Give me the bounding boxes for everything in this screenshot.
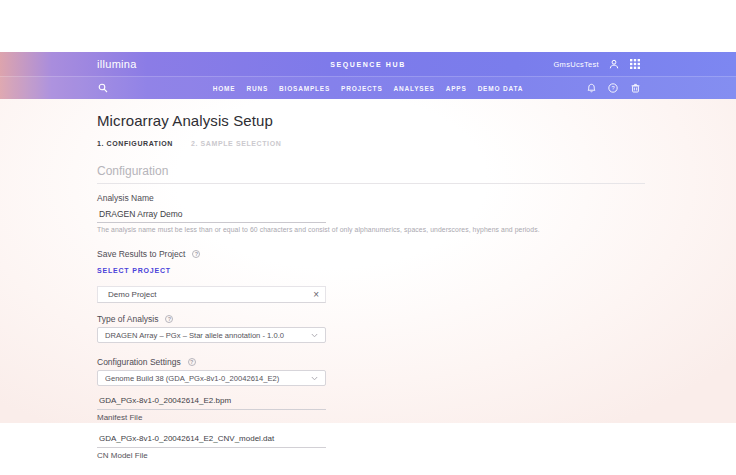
section-title: Configuration xyxy=(97,164,645,178)
configuration-settings-label-text: Configuration Settings xyxy=(97,357,181,367)
type-of-analysis-select[interactable]: DRAGEN Array – PGx – Star allele annotat… xyxy=(97,327,326,343)
nav-item-apps[interactable]: APPS xyxy=(446,85,467,92)
section-divider xyxy=(97,183,645,184)
select-project-link[interactable]: SELECT PROJECT xyxy=(97,267,171,274)
cn-model-file-label: CN Model File xyxy=(97,451,645,460)
app-header: illumina SEQUENCE HUB GmsUcsTest xyxy=(0,52,736,99)
analysis-name-label: Analysis Name xyxy=(97,193,645,203)
screenshot-canvas: illumina SEQUENCE HUB GmsUcsTest xyxy=(0,0,736,475)
configuration-settings-select[interactable]: Genome Build 38 (GDA_PGx-8v1-0_20042614_… xyxy=(97,370,326,386)
trash-icon[interactable] xyxy=(629,82,641,94)
project-field[interactable]: Demo Project × xyxy=(97,286,326,303)
configuration-settings-help-icon[interactable]: ? xyxy=(188,358,196,366)
nav-item-runs[interactable]: RUNS xyxy=(246,85,268,92)
manifest-file-value: GDA_PGx-8v1-0_20042614_E2.bpm xyxy=(97,394,326,410)
analysis-name-input[interactable] xyxy=(97,207,326,223)
page-body: Microarray Analysis Setup 1. CONFIGURATI… xyxy=(0,99,736,423)
nav-item-demo-data[interactable]: DEMO DATA xyxy=(478,85,524,92)
wizard-steps: 1. CONFIGURATION 2. SAMPLE SELECTION xyxy=(97,140,645,147)
save-results-help-icon[interactable]: ? xyxy=(192,250,200,258)
save-results-label: Save Results to Project ? xyxy=(97,249,645,259)
step-configuration[interactable]: 1. CONFIGURATION xyxy=(97,140,173,147)
nav-item-projects[interactable]: PROJECTS xyxy=(341,85,382,92)
apps-grid-icon[interactable] xyxy=(629,58,641,70)
header-account-area: GmsUcsTest xyxy=(553,58,641,70)
save-results-label-text: Save Results to Project xyxy=(97,249,185,259)
type-of-analysis-label: Type of Analysis ? xyxy=(97,314,645,324)
chevron-down-icon xyxy=(311,333,318,338)
cn-model-file-row: GDA_PGx-8v1-0_20042614_E2_CNV_model.dat … xyxy=(97,432,645,460)
manifest-file-label: Manifest File xyxy=(97,413,645,422)
header-top-row: illumina SEQUENCE HUB GmsUcsTest xyxy=(0,52,736,76)
page-title: Microarray Analysis Setup xyxy=(97,112,645,129)
cn-model-file-value: GDA_PGx-8v1-0_20042614_E2_CNV_model.dat xyxy=(97,432,326,448)
project-field-value: Demo Project xyxy=(108,290,313,299)
header-utility-icons: ? xyxy=(585,82,641,94)
manifest-file-row: GDA_PGx-8v1-0_20042614_E2.bpm Manifest F… xyxy=(97,394,645,422)
type-of-analysis-help-icon[interactable]: ? xyxy=(165,315,173,323)
type-of-analysis-value: DRAGEN Array – PGx – Star allele annotat… xyxy=(105,331,311,340)
configuration-settings-label: Configuration Settings ? xyxy=(97,357,645,367)
analysis-name-helper: The analysis name must be less than or e… xyxy=(97,226,645,233)
chevron-down-icon xyxy=(311,376,318,381)
configuration-settings-value: Genome Build 38 (GDA_PGx-8v1-0_20042614_… xyxy=(105,374,311,383)
help-icon[interactable]: ? xyxy=(607,82,619,94)
clear-project-icon[interactable]: × xyxy=(313,290,319,300)
nav-item-home[interactable]: HOME xyxy=(213,85,236,92)
user-icon[interactable] xyxy=(608,58,620,70)
user-name[interactable]: GmsUcsTest xyxy=(553,60,599,69)
nav-item-analyses[interactable]: ANALYSES xyxy=(394,85,435,92)
nav-item-biosamples[interactable]: BIOSAMPLES xyxy=(279,85,330,92)
svg-text:?: ? xyxy=(611,85,614,91)
header-nav-row: HOME RUNS BIOSAMPLES PROJECTS ANALYSES A… xyxy=(0,76,736,99)
type-of-analysis-label-text: Type of Analysis xyxy=(97,314,158,324)
configuration-panel: Configuration Analysis Name The analysis… xyxy=(97,164,645,460)
step-sample-selection[interactable]: 2. SAMPLE SELECTION xyxy=(191,140,281,147)
notifications-bell-icon[interactable] xyxy=(585,82,597,94)
